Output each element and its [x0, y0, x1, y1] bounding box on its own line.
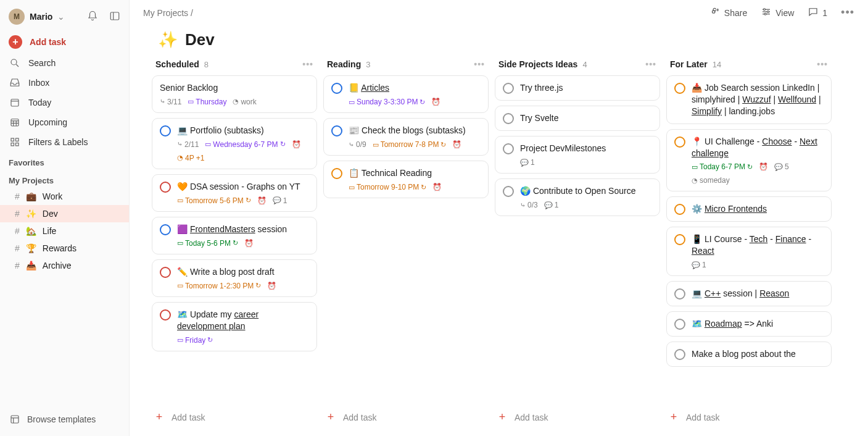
task-card[interactable]: 📋 Technical Reading ▭ Tomorrow 9-10 PM ↻… — [323, 161, 489, 198]
task-checkbox[interactable] — [503, 143, 514, 154]
task-checkbox[interactable] — [674, 83, 685, 94]
nav-inbox[interactable]: Inbox — [0, 73, 129, 93]
task-checkbox[interactable] — [674, 234, 685, 245]
add-task-in-column[interactable]: + Add task — [152, 405, 317, 430]
task-checkbox[interactable] — [674, 349, 685, 360]
task-card[interactable]: Try three.js — [495, 75, 660, 101]
comment-count: 💬 1 — [692, 261, 706, 269]
share-label: Share — [724, 8, 747, 18]
add-task-button[interactable]: + Add task — [0, 31, 129, 53]
task-card[interactable]: 🌍 Contribute to Open Source ⤷0/3💬 1 — [495, 178, 660, 216]
user-menu[interactable]: M Mario ⌄ — [0, 5, 129, 31]
column-menu[interactable]: ••• — [302, 59, 313, 69]
task-checkbox[interactable] — [331, 168, 342, 179]
task-card[interactable]: 🗺️ Update my career development plan ▭ F… — [152, 302, 317, 351]
comments-button[interactable]: 1 — [808, 6, 827, 19]
task-card[interactable]: 💻 Portfolio (subtasks) ⤷2/11▭ Wednesday … — [152, 118, 317, 169]
add-task-in-column[interactable]: + Add task — [323, 405, 489, 430]
column-header[interactable]: Side Projects Ideas 4 ••• — [495, 59, 660, 75]
svg-line-3 — [16, 64, 19, 67]
more-menu[interactable]: ••• — [841, 6, 854, 19]
add-task-in-column[interactable]: + Add task — [666, 405, 832, 430]
bell-icon[interactable] — [87, 10, 98, 23]
task-title: 🌍 Contribute to Open Source — [520, 185, 635, 197]
project-item[interactable]: #🏡 Life — [0, 222, 129, 240]
board-column: Side Projects Ideas 4 ••• Try three.js T… — [495, 59, 660, 430]
view-button[interactable]: View — [761, 6, 794, 19]
share-button[interactable]: Share — [709, 6, 747, 19]
task-card[interactable]: 🧡 DSA session - Graphs on YT ▭ Tomorrow … — [152, 174, 317, 212]
due-date: ▭ Tomorrow 1-2:30 PM ↻ — [177, 282, 261, 290]
task-checkbox[interactable] — [503, 113, 514, 124]
column-header[interactable]: For Later 14 ••• — [666, 59, 832, 75]
task-title: 🗺️ Roadmap => Anki — [692, 318, 773, 330]
nav-today[interactable]: Today — [0, 93, 129, 112]
task-card[interactable]: Senior Backlog ⤷3/11▭ Thursday◔ work — [152, 75, 317, 113]
column-menu[interactable]: ••• — [817, 59, 828, 69]
subtask-count: ⤷0/3 — [520, 201, 538, 209]
task-title: Make a blog post about the — [692, 348, 796, 360]
task-title: 🧡 DSA session - Graphs on YT — [177, 181, 300, 193]
column-menu[interactable]: ••• — [474, 59, 485, 69]
nav-filters[interactable]: Filters & Labels — [0, 132, 129, 152]
column-header[interactable]: Reading 3 ••• — [323, 59, 489, 75]
page-title[interactable]: Dev — [185, 30, 215, 49]
task-meta: ▭ Tomorrow 1-2:30 PM ↻⏰ — [160, 282, 309, 290]
add-task-label: Add task — [515, 413, 548, 422]
task-card[interactable]: 📒 Articles ▭ Sunday 3-3:30 PM ↻⏰ — [323, 75, 489, 113]
subtask-count: ⤷0/9 — [349, 140, 366, 149]
task-card[interactable]: Project DevMilestones 💬 1 — [495, 136, 660, 174]
task-card[interactable]: 📱 LI Course - Tech - Finance - React 💬 1 — [666, 227, 832, 276]
nav-upcoming[interactable]: Upcoming — [0, 112, 129, 132]
add-task-in-column[interactable]: + Add task — [495, 405, 660, 430]
task-card[interactable]: 💻 C++ session | Reason — [666, 281, 832, 306]
nav-label: Search — [28, 58, 56, 68]
task-card[interactable]: ⚙️ Micro Frontends — [666, 196, 832, 222]
task-checkbox[interactable] — [160, 309, 171, 321]
task-checkbox[interactable] — [674, 319, 685, 330]
nav-search[interactable]: Search — [0, 53, 129, 73]
task-checkbox[interactable] — [331, 125, 342, 136]
project-item[interactable]: #🏆 Rewards — [0, 240, 129, 257]
task-checkbox[interactable] — [674, 204, 685, 215]
tag: ◔ 4P +1 — [177, 154, 204, 162]
task-checkbox[interactable] — [674, 288, 685, 300]
svg-point-2 — [11, 59, 17, 65]
task-checkbox[interactable] — [160, 267, 171, 278]
task-card[interactable]: 🟪 FrontendMasters session ▭ Today 5-6 PM… — [152, 217, 317, 254]
task-meta: ⤷3/11▭ Thursday◔ work — [160, 98, 309, 106]
favorites-header[interactable]: Favorites — [0, 152, 129, 170]
add-task-label: Add task — [343, 413, 376, 422]
project-item[interactable]: #💼 Work — [0, 188, 129, 205]
breadcrumb[interactable]: My Projects / — [143, 8, 193, 18]
task-checkbox[interactable] — [503, 186, 514, 197]
board-column: Reading 3 ••• 📒 Articles ▭ Sunday 3-3:30… — [323, 59, 489, 430]
svg-rect-12 — [16, 138, 19, 141]
hash-icon: # — [15, 243, 20, 253]
column-header[interactable]: Scheduled 8 ••• — [152, 59, 317, 75]
column-menu[interactable]: ••• — [645, 59, 656, 69]
task-checkbox[interactable] — [160, 125, 171, 136]
comment-count: 💬 1 — [273, 196, 287, 205]
task-card[interactable]: ✏️ Write a blog post draft ▭ Tomorrow 1-… — [152, 259, 317, 297]
project-item[interactable]: #📥 Archive — [0, 257, 129, 274]
task-checkbox[interactable] — [160, 182, 171, 193]
task-card[interactable]: Make a blog post about the — [666, 342, 832, 367]
task-card[interactable]: 📰 Check the blogs (subtasks) ⤷0/9▭ Tomor… — [323, 118, 489, 156]
task-card[interactable]: Try Svelte — [495, 106, 660, 131]
task-checkbox[interactable] — [160, 224, 171, 235]
project-emoji: ✨ — [26, 209, 36, 219]
sidebar-toggle-icon[interactable] — [109, 10, 120, 23]
projects-header[interactable]: My Projects — [0, 170, 129, 188]
task-checkbox[interactable] — [674, 136, 685, 148]
sidebar: M Mario ⌄ + Add task Search Inbox Today … — [0, 0, 130, 436]
task-card[interactable]: 📍 UI Challenge - Choose - Next challenge… — [666, 129, 832, 192]
project-emoji: 💼 — [26, 191, 36, 201]
task-card[interactable]: 🗺️ Roadmap => Anki — [666, 311, 832, 337]
task-checkbox[interactable] — [331, 83, 342, 94]
project-item[interactable]: #✨ Dev — [0, 205, 129, 222]
task-card[interactable]: 📥 Job Search session LinkedIn | simplyhi… — [666, 75, 832, 124]
task-checkbox[interactable] — [503, 83, 514, 94]
browse-templates[interactable]: Browse templates — [0, 408, 129, 431]
svg-rect-15 — [11, 416, 19, 423]
